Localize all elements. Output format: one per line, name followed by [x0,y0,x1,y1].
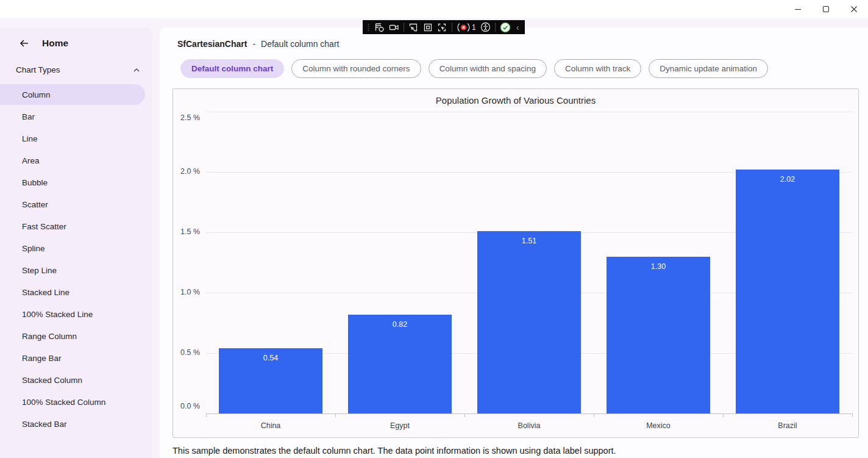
toolbar-separator [452,23,452,32]
record-issues-count: 1 [472,23,476,32]
toolbar-separator [495,23,496,32]
y-axis-tick-label: 2.0 % [173,167,200,176]
capture-toolbar: 1 ‹ [363,20,525,34]
tab-default-column-chart[interactable]: Default column chart [180,59,284,78]
breadcrumb-separator: - [252,39,255,49]
x-axis-tick [206,413,207,417]
sample-description: This sample demonstrates the default col… [173,446,616,456]
x-axis-category-label: Bolivia [464,421,594,430]
y-axis-tick-label: 1.5 % [173,227,200,236]
sample-variant-tabs: Default column chartColumn with rounded … [180,59,768,78]
bar-data-label: 0.54 [219,354,322,362]
x-axis-category-label: Brazil [723,421,852,430]
bar-data-label: 1.30 [607,262,710,271]
toolbar-separator [404,23,404,32]
minimize-button[interactable] [784,0,812,18]
window-controls [784,0,868,18]
sidebar-item-stacked-bar[interactable]: Stacked Bar [0,413,145,434]
sidebar-item-spline[interactable]: Spline [0,238,145,259]
sidebar-item-step-line[interactable]: Step Line [0,260,145,281]
chart-types-label: Chart Types [16,65,60,74]
sidebar-item-range-bar[interactable]: Range Bar [0,348,145,368]
sidebar-item-scatter[interactable]: Scatter [0,194,145,215]
camera-icon[interactable] [389,20,399,34]
minimize-icon [794,5,802,13]
y-axis-tick-label: 1.0 % [173,288,200,296]
sidebar-item-100-stacked-line[interactable]: 100% Stacked Line [0,304,145,324]
gridline [206,112,852,112]
sidebar-item-stacked-line[interactable]: Stacked Line [0,282,145,302]
y-axis-tick-label: 0.0 % [173,402,200,410]
x-axis-tick [723,413,724,417]
breadcrumb-sample-name: Default column chart [261,39,339,49]
bar-data-label: 2.02 [736,175,839,184]
sidebar-item-stacked-column[interactable]: Stacked Column [0,370,145,390]
sidebar-item-100-stacked-column[interactable]: 100% Stacked Column [0,392,145,412]
collapse-chevron-icon[interactable]: ‹ [515,20,521,34]
close-icon [850,5,858,13]
frame-inspect-icon[interactable] [423,20,433,34]
x-axis-line [206,413,852,414]
x-axis-tick [852,413,853,417]
bar-brazil[interactable] [736,170,839,413]
bar-data-label: 0.82 [348,320,452,329]
element-target-icon[interactable] [374,20,385,34]
grip-icon[interactable] [367,20,370,34]
tab-column-with-track[interactable]: Column with track [554,59,641,78]
check-status-icon[interactable] [500,20,511,34]
maximize-icon [822,5,830,13]
bar-bolivia[interactable] [477,231,581,413]
bar-mexico[interactable] [607,257,710,413]
main-content: SfCartesianChart - Default column chart … [160,27,868,458]
x-axis-category-label: China [206,421,335,430]
cursor-frame-icon[interactable] [437,20,447,34]
x-axis-tick [464,413,465,417]
bar-data-label: 1.51 [477,237,581,245]
x-axis-category-label: Egypt [335,421,464,430]
tab-column-width-and-spacing[interactable]: Column width and spacing [429,59,547,78]
sidebar-item-bubble[interactable]: Bubble [0,172,145,193]
back-arrow-icon[interactable] [18,38,29,49]
x-axis-category-label: Mexico [594,421,723,430]
window-titlebar [0,0,868,18]
close-button[interactable] [840,0,868,18]
chevron-up-icon [133,67,140,73]
breadcrumb-control-name: SfCartesianChart [177,39,247,49]
bar-egypt[interactable] [348,315,452,413]
y-axis-tick-label: 0.5 % [173,348,200,357]
sidebar: Home Chart Types ColumnBarLineAreaBubble… [0,27,152,458]
tab-column-with-rounded-corners[interactable]: Column with rounded corners [291,59,421,78]
sidebar-item-column[interactable]: Column [0,84,145,105]
chart-types-section-header[interactable]: Chart Types [16,65,140,74]
maximize-button[interactable] [812,0,840,18]
sidebar-item-range-column[interactable]: Range Column [0,326,145,346]
cursor-select-icon[interactable] [408,20,419,34]
y-axis-tick-label: 2.5 % [173,113,200,122]
chart-card: Population Growth of Various Countries 2… [173,88,859,438]
x-axis-tick [594,413,594,417]
tab-dynamic-update-animation[interactable]: Dynamic update animation [649,59,768,78]
sidebar-item-line[interactable]: Line [0,128,145,149]
x-axis-tick [335,413,336,417]
sidebar-item-area[interactable]: Area [0,150,145,171]
breadcrumb: SfCartesianChart - Default column chart [177,39,339,49]
accessibility-icon[interactable] [480,20,491,34]
sidebar-header: Home [18,38,68,49]
sidebar-item-bar[interactable]: Bar [0,106,145,127]
home-title: Home [42,38,68,49]
record-issues-badge[interactable]: 1 [457,20,476,34]
chart-title: Population Growth of Various Countries [173,95,858,106]
chart-types-list: ColumnBarLineAreaBubbleScatterFast Scatt… [0,83,152,435]
sidebar-item-fast-scatter[interactable]: Fast Scatter [0,216,145,237]
